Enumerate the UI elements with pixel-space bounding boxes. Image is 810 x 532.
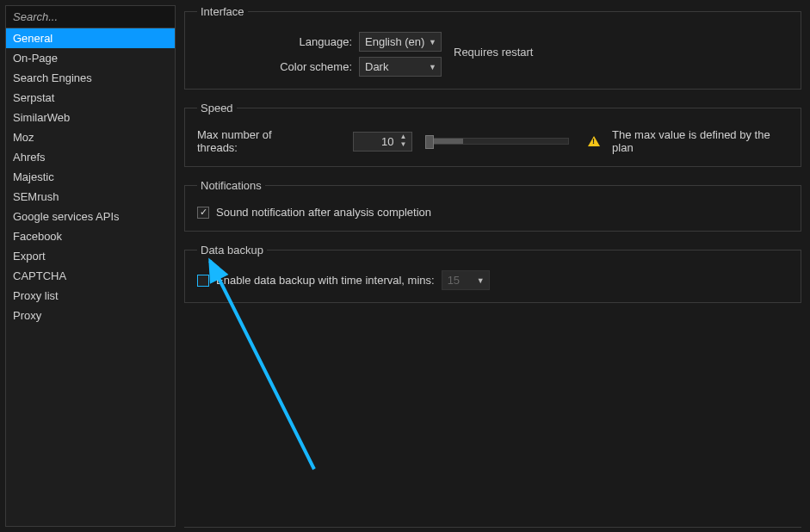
sidebar-item-facebook[interactable]: Facebook <box>6 226 175 246</box>
threads-warn-text: The max value is defined by the plan <box>612 128 788 154</box>
slider-thumb[interactable] <box>425 135 434 149</box>
sound-label: Sound notification after analysis comple… <box>216 206 431 219</box>
backup-legend: Data backup <box>197 244 267 257</box>
spinner-down-icon[interactable]: ▼ <box>398 141 410 150</box>
notifications-legend: Notifications <box>197 179 265 192</box>
sidebar-item-similarweb[interactable]: SimilarWeb <box>6 108 175 127</box>
color-scheme-select[interactable]: Dark ▼ <box>359 57 442 77</box>
backup-group: Data backup Enable data backup with time… <box>184 244 801 303</box>
notifications-group: Notifications ✓ Sound notification after… <box>184 179 801 232</box>
chevron-down-icon: ▼ <box>429 63 436 71</box>
threads-slider[interactable] <box>428 138 570 145</box>
language-value: English (en) <box>365 35 424 48</box>
sidebar-item-on-page[interactable]: On-Page <box>6 48 175 68</box>
threads-label: Max number of threads: <box>197 128 312 154</box>
interface-group: Interface Language: English (en) ▼ Color… <box>184 5 801 90</box>
sidebar-item-captcha[interactable]: CAPTCHA <box>6 266 175 286</box>
sidebar-list: GeneralOn-PageSearch EnginesSerpstatSimi… <box>6 28 175 325</box>
main-panel: Interface Language: English (en) ▼ Color… <box>181 0 810 532</box>
color-scheme-label: Color scheme: <box>197 60 352 73</box>
sidebar-item-proxy-list[interactable]: Proxy list <box>6 286 175 306</box>
sidebar: GeneralOn-PageSearch EnginesSerpstatSimi… <box>5 5 176 527</box>
chevron-down-icon: ▼ <box>429 38 436 46</box>
chevron-down-icon: ▼ <box>477 276 485 285</box>
language-label: Language: <box>197 35 352 48</box>
color-scheme-value: Dark <box>365 60 388 73</box>
enable-backup-checkbox[interactable] <box>197 275 209 287</box>
sidebar-item-proxy[interactable]: Proxy <box>6 306 175 325</box>
sidebar-item-ahrefs[interactable]: Ahrefs <box>6 147 175 167</box>
sidebar-item-search-engines[interactable]: Search Engines <box>6 68 175 88</box>
sound-checkbox[interactable]: ✓ <box>197 207 209 219</box>
threads-input[interactable]: 10 ▲ ▼ <box>353 132 412 152</box>
sidebar-item-google-services-apis[interactable]: Google services APIs <box>6 207 175 226</box>
sidebar-item-semrush[interactable]: SEMrush <box>6 187 175 207</box>
speed-group: Speed Max number of threads: 10 ▲ ▼ The … <box>184 102 801 167</box>
threads-value: 10 <box>381 135 393 148</box>
threads-spinner[interactable]: ▲ ▼ <box>398 133 410 150</box>
sidebar-item-general[interactable]: General <box>6 28 175 48</box>
sidebar-item-serpstat[interactable]: Serpstat <box>6 88 175 108</box>
sidebar-item-moz[interactable]: Moz <box>6 127 175 147</box>
backup-interval-select: 15 ▼ <box>442 270 490 290</box>
sidebar-item-majestic[interactable]: Majestic <box>6 167 175 187</box>
backup-interval-value: 15 <box>448 274 460 287</box>
search-input[interactable] <box>6 6 175 28</box>
interface-legend: Interface <box>197 5 248 18</box>
language-select[interactable]: English (en) ▼ <box>359 32 442 52</box>
enable-backup-label: Enable data backup with time interval, m… <box>216 274 435 287</box>
sidebar-item-export[interactable]: Export <box>6 246 175 266</box>
bottom-divider <box>184 527 801 528</box>
warning-icon <box>588 136 600 146</box>
requires-restart-text: Requires restart <box>454 46 533 59</box>
speed-legend: Speed <box>197 102 237 114</box>
